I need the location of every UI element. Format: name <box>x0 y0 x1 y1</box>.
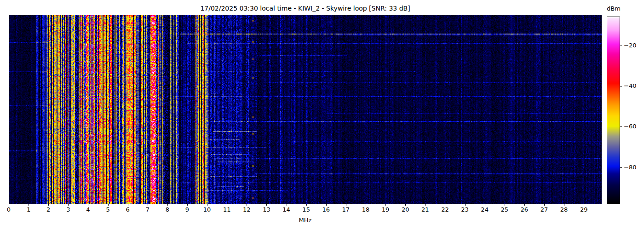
x-tick-label: 26 <box>517 207 532 213</box>
x-tick <box>167 204 168 206</box>
x-tick-label: 21 <box>417 207 433 213</box>
x-tick <box>9 204 9 206</box>
x-tick <box>505 204 505 206</box>
spectrogram-heatmap <box>9 15 602 204</box>
x-tick <box>128 204 128 206</box>
x-tick <box>385 204 386 206</box>
x-tick <box>68 204 69 206</box>
x-tick <box>29 204 29 206</box>
colorbar-tick <box>620 126 622 127</box>
x-tick-label: 29 <box>576 207 592 213</box>
x-tick-label: 4 <box>80 207 96 213</box>
x-tick <box>108 204 109 206</box>
waterfall-figure: 17/02/2025 03:30 local time - KIWI_2 - S… <box>0 0 644 230</box>
colorbar-tick-label: −20 <box>624 42 644 49</box>
x-tick <box>207 204 207 206</box>
chart-title: 17/02/2025 03:30 local time - KIWI_2 - S… <box>9 5 602 12</box>
x-tick-label: 16 <box>318 207 334 213</box>
x-tick-label: 11 <box>219 207 235 213</box>
x-tick-label: 14 <box>279 207 294 213</box>
x-tick <box>425 204 426 206</box>
colorbar-gradient <box>607 17 620 204</box>
x-tick-label: 6 <box>120 207 136 213</box>
x-tick <box>326 204 327 206</box>
colorbar-tick-label: −80 <box>624 164 644 171</box>
x-tick-label: 10 <box>199 207 215 213</box>
x-tick <box>247 204 247 206</box>
x-tick <box>405 204 406 206</box>
x-tick-label: 9 <box>179 207 195 213</box>
x-tick-label: 8 <box>160 207 175 213</box>
x-tick <box>306 204 307 206</box>
colorbar-tick-label: −40 <box>624 82 644 90</box>
x-tick-label: 22 <box>437 207 453 213</box>
x-tick-label: 25 <box>497 207 512 213</box>
x-tick <box>48 204 49 206</box>
x-tick-label: 12 <box>239 207 254 213</box>
x-tick <box>524 204 525 206</box>
x-tick <box>485 204 485 206</box>
x-tick <box>445 204 445 206</box>
x-tick-label: 24 <box>477 207 493 213</box>
x-axis-label: MHz <box>9 217 602 224</box>
x-tick <box>346 204 346 206</box>
x-tick <box>465 204 466 206</box>
x-tick <box>584 204 584 206</box>
x-tick-label: 20 <box>397 207 413 213</box>
colorbar-tick <box>620 86 622 86</box>
x-tick-label: 1 <box>21 207 36 213</box>
x-tick <box>88 204 88 206</box>
x-tick-label: 2 <box>40 207 56 213</box>
x-tick-label: 19 <box>378 207 393 213</box>
x-tick <box>148 204 148 206</box>
x-tick-label: 17 <box>338 207 354 213</box>
x-tick <box>544 204 545 206</box>
x-tick-label: 15 <box>299 207 314 213</box>
x-tick <box>266 204 267 206</box>
x-tick <box>187 204 188 206</box>
x-tick-label: 5 <box>100 207 116 213</box>
x-tick <box>287 204 287 206</box>
x-tick-label: 18 <box>358 207 374 213</box>
x-tick <box>227 204 227 206</box>
x-tick-label: 13 <box>259 207 274 213</box>
colorbar <box>607 17 620 204</box>
x-tick-label: 7 <box>140 207 155 213</box>
colorbar-tick <box>620 46 622 46</box>
x-tick-label: 28 <box>556 207 572 213</box>
x-tick <box>366 204 366 206</box>
colorbar-tick <box>620 167 622 168</box>
x-tick-label: 3 <box>60 207 76 213</box>
x-tick <box>564 204 564 206</box>
colorbar-title: dBm <box>604 5 624 12</box>
x-tick-label: 0 <box>1 207 17 213</box>
x-tick-label: 27 <box>536 207 552 213</box>
x-tick-label: 23 <box>457 207 473 213</box>
colorbar-tick-label: −60 <box>624 123 644 130</box>
